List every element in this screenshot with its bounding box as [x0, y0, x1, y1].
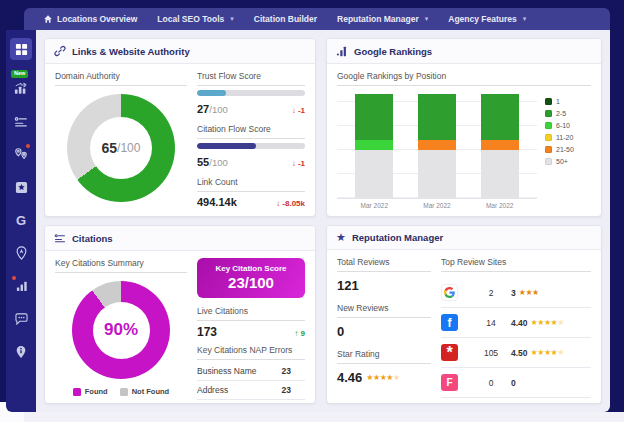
sidebar-item-dashboard[interactable]	[10, 38, 32, 60]
legend-item: 21-50	[545, 146, 591, 153]
sidebar-item-chat[interactable]	[10, 308, 32, 330]
map-pins-icon	[14, 147, 28, 161]
domain-authority-donut: 65/100	[67, 94, 175, 202]
rankings-legend: 12-56-1011-2021-5050+	[545, 94, 591, 209]
google-icon	[441, 284, 458, 301]
panel-google-rankings: Google Rankings Google Rankings by Posit…	[326, 38, 602, 217]
panel-title: Reputation Manager	[352, 232, 443, 243]
stacked-bar	[355, 94, 393, 198]
chevron-down-icon: ▾	[230, 15, 234, 23]
google-g-icon: G	[16, 213, 26, 228]
nav-reputation-manager[interactable]: Reputation Manager▾	[328, 8, 437, 30]
nav-local-seo-tools[interactable]: Local SEO Tools▾	[148, 8, 242, 30]
nap-row-business-name: Business Name 23	[197, 362, 305, 381]
delta-badge: ↓ -8.05k	[276, 199, 305, 208]
stacked-bar	[418, 94, 456, 198]
citations-summary-label: Key Citations Summary	[55, 258, 187, 273]
rankings-chart-icon	[14, 82, 28, 95]
panel-title: Citations	[72, 233, 113, 244]
sidebar-item-reviews[interactable]	[10, 176, 32, 198]
bar-segment-50+	[481, 150, 519, 198]
sidebar-item-rankings[interactable]: New	[10, 77, 32, 99]
top-nav: Locations Overview Local SEO Tools▾ Cita…	[24, 8, 610, 30]
chat-icon	[15, 313, 28, 325]
nav-locations-overview[interactable]: Locations Overview	[34, 8, 146, 30]
trust-flow-bar	[197, 90, 305, 96]
delta-badge: ↓ -1	[292, 106, 305, 115]
nap-row-address: Address 23	[197, 381, 305, 400]
panel-header: Google Rankings	[327, 39, 601, 64]
delta-badge: ↓ -1	[292, 159, 305, 168]
review-site-row-yelp[interactable]: * 105 4.50★★★★★	[441, 338, 591, 368]
legend-item: 1	[545, 98, 591, 105]
nav-agency-features[interactable]: Agency Features▾	[439, 8, 535, 30]
sidebar-item-map-pins[interactable]	[10, 143, 32, 165]
metric-link-count: Link Count 494.14k ↓ -8.05k	[197, 177, 305, 208]
home-icon	[43, 14, 53, 24]
domain-authority-value: 65	[102, 140, 118, 156]
review-site-row-facebook[interactable]: f 14 4.40★★★★★	[441, 308, 591, 338]
rankings-bars	[337, 94, 537, 199]
citation-flow-bar	[197, 143, 305, 149]
metric-linking-domains: Linking Domains 21,836 ↑ 108	[197, 215, 305, 217]
sidebar: New G	[6, 30, 36, 412]
rankings-chart: Mar 2022Mar 2022Mar 2022 12-56-1011-2021…	[337, 94, 591, 209]
review-site-row-yellowpages[interactable]: ⚠ No Listing Found	[441, 398, 591, 404]
citations-list-icon	[14, 115, 28, 128]
bar-segment-2-5	[355, 94, 393, 140]
panel-header: ★ Reputation Manager	[327, 226, 601, 250]
rankings-subtitle: Google Rankings by Position	[337, 71, 591, 86]
stacked-bar	[481, 94, 519, 198]
backdrop-bottom	[0, 412, 624, 422]
panel-title: Google Rankings	[354, 46, 432, 57]
notification-dot	[26, 144, 30, 148]
panel-links-website-authority: Links & Website Authority Domain Authori…	[44, 38, 316, 217]
new-badge: New	[11, 70, 28, 78]
chevron-down-icon: ▾	[425, 15, 429, 23]
top-review-sites-label: Top Review Sites	[441, 257, 591, 272]
citations-donut-value: 90%	[104, 320, 138, 340]
rankings-xlabels: Mar 2022Mar 2022Mar 2022	[337, 199, 537, 209]
sidebar-item-citations[interactable]	[10, 110, 32, 132]
sidebar-item-analytics[interactable]	[10, 275, 32, 297]
sidebar-item-local-info[interactable]	[10, 341, 32, 363]
citations-icon	[54, 232, 66, 244]
citations-donut: 90%	[72, 281, 170, 379]
bar-segment-2-5	[481, 94, 519, 140]
nap-row-phone-number: Phone Number 22	[197, 400, 305, 404]
analytics-bars-icon	[15, 280, 28, 292]
key-citation-score-badge: Key Citation Score 23/100	[197, 258, 305, 298]
metric-citation-flow: Citation Flow Score 55/100 ↓ -1	[197, 124, 305, 170]
foursquare-icon: F	[441, 374, 458, 391]
sidebar-item-gmb[interactable]	[10, 242, 32, 264]
legend-item: 11-20	[545, 134, 591, 141]
metric-trust-flow: Trust Flow Score 27/100 ↓ -1	[197, 71, 305, 117]
legend-item: 2-5	[545, 110, 591, 117]
panel-reputation-manager: ★ Reputation Manager Total Reviews 121 N…	[326, 225, 602, 404]
live-citations-label: Live Citations	[197, 306, 305, 321]
notification-dot	[12, 276, 16, 280]
bar-chart-icon	[336, 45, 348, 57]
citations-donut-legend: Found Not Found	[55, 387, 187, 396]
yelp-icon: *	[441, 344, 458, 361]
dashboard-content: Links & Website Authority Domain Authori…	[36, 30, 610, 412]
panel-title: Links & Website Authority	[72, 46, 190, 57]
info-pin-icon	[15, 345, 27, 359]
review-site-row-google[interactable]: 2 3★★★	[441, 278, 591, 308]
review-star-icon	[15, 181, 28, 194]
found-swatch	[73, 388, 81, 396]
nav-citation-builder[interactable]: Citation Builder	[245, 8, 326, 30]
delta-badge: ↑ 9	[294, 329, 305, 338]
domain-authority-label: Domain Authority	[55, 71, 187, 86]
panel-citations: Citations Key Citations Summary 90% Foun…	[44, 225, 316, 404]
sidebar-item-google[interactable]: G	[10, 209, 32, 231]
chevron-down-icon: ▾	[523, 15, 527, 23]
review-site-row-foursquare[interactable]: F 0 0	[441, 368, 591, 398]
bar-segment-2-5	[418, 94, 456, 140]
bar-segment-6-10	[355, 140, 393, 150]
bar-segment-21-50	[418, 140, 456, 150]
panel-header: Links & Website Authority	[45, 39, 315, 64]
legend-item: 6-10	[545, 122, 591, 129]
location-pin-arrow-icon	[15, 246, 28, 260]
x-axis-label: Mar 2022	[418, 202, 456, 209]
